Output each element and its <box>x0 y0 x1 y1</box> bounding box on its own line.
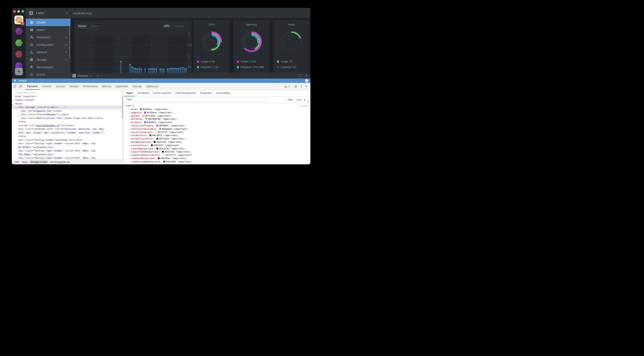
namespace-name[interactable]: default <box>18 79 26 82</box>
chevron-down-icon[interactable] <box>65 37 67 38</box>
add-cluster-button[interactable]: + <box>15 68 23 75</box>
terminal-close-icon[interactable]: × <box>90 74 92 77</box>
styles-filter-input[interactable] <box>125 98 268 102</box>
dom-tree-row[interactable]: <div class="Tooltip right hidden" style=… <box>12 142 122 146</box>
color-swatch[interactable] <box>140 108 142 110</box>
css-property-row[interactable]: --layoutBackground: #2e3136 !important; <box>124 147 310 151</box>
more-actions-icon[interactable]: ⋯ <box>12 105 14 109</box>
dom-tree-row[interactable]: 95.4375px;">minikube</div> <box>12 146 122 149</box>
close-window-button[interactable] <box>13 10 16 13</box>
styles-tab-dom-breakpoints[interactable]: DOM Breakpoints <box>173 90 198 96</box>
devtools-tab-sources[interactable]: Sources <box>54 83 67 90</box>
color-swatch[interactable] <box>144 112 146 114</box>
styles-tab-event-listeners[interactable]: Event Listeners <box>151 90 173 96</box>
dom-tree-row[interactable]: ▼<body> <box>12 102 122 106</box>
chevron-down-icon[interactable] <box>65 52 67 53</box>
dom-tree-row[interactable]: ▶<div class="ClusterManager">…</div> <box>12 113 122 116</box>
color-swatch[interactable] <box>156 148 158 150</box>
devtools-tab-application[interactable]: Application <box>113 83 130 90</box>
sidebar-item-namespaces[interactable]: Namespaces <box>26 63 70 71</box>
styles-tab-computed[interactable]: Computed <box>135 90 151 96</box>
css-property-row[interactable]: --borderFaintColor: #373a3e !important; <box>124 137 310 141</box>
devtools-tab-performance[interactable]: Performance <box>81 83 100 90</box>
color-swatch[interactable] <box>144 121 146 123</box>
new-style-rule-button[interactable]: + <box>304 98 306 102</box>
cluster-icon-2[interactable] <box>14 27 23 35</box>
chevron-down-icon[interactable] <box>65 59 67 60</box>
dom-tree-row[interactable]: ▶<head>…</head> <box>12 98 122 102</box>
terminal-add-icon[interactable]: + <box>96 74 98 78</box>
device-toolbar-icon[interactable] <box>18 83 24 90</box>
breadcrumb-item[interactable]: body <box>21 160 29 164</box>
styles-tab-accessibility[interactable]: Accessibility <box>214 90 232 96</box>
dom-tree-row[interactable]: left: 0px; height: 0px; visibility: hidd… <box>12 131 122 135</box>
css-property-row[interactable]: --textColorAccent: #ffffff !important; <box>124 131 310 134</box>
master-tab[interactable]: Master <box>77 23 87 29</box>
dom-tree-row[interactable]: </div> <box>12 120 122 124</box>
devtools-tab-lighthouse[interactable]: Lighthouse <box>144 83 160 90</box>
dom-tree-row[interactable]: <div class="terminal-init" style="positi… <box>12 127 122 131</box>
devtools-settings-icon[interactable] <box>292 83 298 90</box>
sidebar-item-workloads[interactable]: Workloads <box>26 33 70 41</box>
color-swatch[interactable] <box>162 151 164 153</box>
toggle-pseudo-button[interactable]: :hov <box>287 98 293 101</box>
minimize-window-button[interactable] <box>18 10 20 13</box>
dom-tree-row[interactable]: </div> <box>12 135 122 138</box>
color-swatch[interactable] <box>156 125 158 127</box>
dom-tree-row[interactable]: <script src="/build/LensDev.js"></script… <box>12 124 122 127</box>
color-swatch[interactable] <box>151 144 153 146</box>
zoom-window-button[interactable] <box>22 10 24 13</box>
cluster-icon-4[interactable] <box>14 50 23 58</box>
help-button[interactable]: ? <box>305 79 308 82</box>
dom-tree-row[interactable]: 150.438px;">minikube</div> <box>12 153 122 157</box>
css-property-row[interactable]: --layoutTabsActiveColor: #ffffff !import… <box>124 154 310 157</box>
css-property-row[interactable]: --primary: #3d90ce !important; <box>124 121 310 124</box>
color-swatch[interactable] <box>158 157 160 159</box>
dom-tree-row[interactable]: ⋯▼<div id="app" class="is-mac"> == $0 <box>12 105 122 109</box>
breadcrumb-item[interactable]: html <box>13 160 21 164</box>
css-property-row[interactable]: --textColorPrimary: #87909c !important; <box>124 124 310 127</box>
dom-tree-row[interactable]: <div class="Tooltip right hidden" style=… <box>12 156 122 160</box>
cpu-metric-tab[interactable]: CPU <box>162 23 171 29</box>
css-property-row[interactable]: --halfGray: #87909c80 !important; <box>124 118 310 121</box>
devtools-menu-icon[interactable] <box>298 83 304 90</box>
cluster-icon-3[interactable] <box>14 39 23 47</box>
color-swatch[interactable] <box>159 164 161 164</box>
css-property-row[interactable]: --contentColor: #262b2f !important; <box>124 144 310 147</box>
dom-tree-row[interactable]: <html lang="en"> <box>12 95 122 98</box>
css-property-row[interactable]: --sidebarLogoBackground: #414448 !import… <box>124 160 310 164</box>
css-property-row[interactable]: --layoutTabsBackground: #252729 !importa… <box>124 150 310 154</box>
css-property-row[interactable]: --textColorSecondary: #a0a0a0 !important… <box>124 127 310 131</box>
css-property-row[interactable]: --sidebarBackground: #36393e !important; <box>124 157 310 160</box>
color-swatch[interactable] <box>163 161 165 163</box>
worker-tab[interactable]: Worker <box>89 23 100 29</box>
styles-tab-properties[interactable]: Properties <box>198 90 214 96</box>
color-swatch[interactable] <box>155 131 157 133</box>
css-property-row[interactable]: --sidebarActiveColor: #ffffff !important… <box>124 164 310 164</box>
dom-tree-row[interactable]: <div class="Notifications flex column al… <box>12 116 122 120</box>
toggle-classes-button[interactable]: .cls <box>296 98 301 101</box>
memory-metric-tab[interactable]: Memory <box>172 23 187 29</box>
terminal-expand-icon[interactable] <box>299 74 302 77</box>
color-swatch[interactable] <box>154 141 156 143</box>
inspect-element-icon[interactable] <box>12 83 18 90</box>
css-property-row[interactable]: --mainBackground: #1e2124 !important; <box>124 141 310 144</box>
css-property-row[interactable]: --blue: #3d90ce !important; <box>124 108 310 111</box>
devtools-tab-elements[interactable]: Elements <box>25 83 40 90</box>
breadcrumb-item[interactable]: div#app.is-mac <box>29 160 49 164</box>
color-swatch[interactable] <box>163 154 165 156</box>
sidebar-item-network[interactable]: Network <box>26 48 70 56</box>
css-property-row[interactable]: --borderColor: #4c5053 !important; <box>124 134 310 137</box>
color-swatch[interactable] <box>159 128 161 130</box>
devtools-tab-security[interactable]: Security <box>130 83 144 90</box>
chevron-down-icon[interactable] <box>65 44 67 46</box>
dom-tree-row[interactable]: <div id="draggable-top"></div> <box>12 109 122 113</box>
terminal-collapse-icon[interactable] <box>305 75 308 76</box>
devtools-tab-network[interactable]: Network <box>67 83 81 90</box>
css-property-row[interactable]: --magenta: #c93dce !important; <box>124 111 310 114</box>
sidebar-collapse-icon[interactable] <box>66 12 68 14</box>
sidebar-scrollbar[interactable] <box>69 26 70 58</box>
stylesheet-link[interactable]: <style> <box>299 104 309 107</box>
sidebar-item-nodes[interactable]: Nodes <box>26 26 70 33</box>
breadcrumb-item[interactable]: div#draggable-top <box>48 160 71 164</box>
